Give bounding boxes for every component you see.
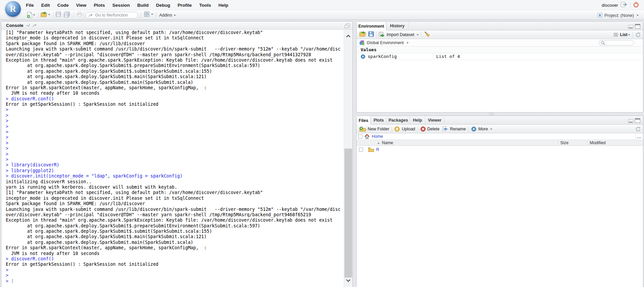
console-line: > (6, 140, 344, 146)
environment-panel: Environment History Import Dataset List … (356, 21, 643, 113)
console-line: > discover.init(inceptor_mode = "ldap", … (6, 173, 344, 179)
console-output[interactable]: [1] "Parameter keytabPath not specified,… (1, 30, 344, 287)
console-line: > (6, 113, 344, 118)
environment-search-input[interactable] (599, 40, 634, 45)
tab-viewer[interactable]: Viewer (425, 116, 444, 125)
console-tab[interactable]: Console (6, 23, 23, 28)
menu-item[interactable]: Plots (94, 3, 105, 8)
menu-item[interactable]: Build (137, 3, 149, 8)
load-workspace-icon[interactable] (359, 31, 366, 38)
list-view-label[interactable]: List (620, 32, 627, 37)
console-line: Error in getSparkSession() : SparkSessio… (6, 262, 344, 267)
open-in-window-icon[interactable] (32, 23, 37, 29)
menu-bar: FileEditCodeViewPlotsSessionBuildDebugPr… (0, 0, 644, 10)
sort-ascending-icon: ▲ (377, 141, 380, 145)
console-scrollbar[interactable] (344, 30, 353, 287)
tab-help[interactable]: Help (410, 116, 425, 125)
menu-item[interactable]: Code (57, 3, 69, 8)
environment-entry-row[interactable]: sparkConfig List of 4 (357, 53, 643, 60)
scope-label: Global Environment (367, 40, 404, 45)
tab-packages[interactable]: Packages (387, 116, 410, 125)
upload-icon (394, 126, 400, 132)
list-view-icon[interactable] (613, 33, 618, 37)
goto-file-input[interactable]: Go to file/function (85, 12, 138, 19)
scroll-down-icon[interactable] (345, 278, 351, 284)
import-dataset-icon (379, 32, 385, 37)
menu-item[interactable]: Help (219, 3, 228, 8)
new-folder-icon (359, 126, 366, 132)
menu-item[interactable]: View (76, 3, 87, 8)
column-name[interactable]: ▲ Name (377, 140, 393, 146)
rename-button[interactable]: Rename (443, 126, 466, 131)
select-all-checkbox[interactable] (358, 134, 362, 138)
file-row[interactable]: R (357, 146, 643, 153)
console-line: at org.apache.spark.deploy.SparkSubmit$.… (6, 63, 344, 68)
save-all-button[interactable] (64, 11, 70, 18)
home-icon (364, 134, 370, 139)
new-folder-button[interactable]: New Folder (359, 126, 389, 132)
menu-item[interactable]: File (26, 3, 34, 8)
console-line: > (6, 157, 344, 162)
gear-icon (471, 126, 477, 132)
console-line: [1] "Parameter keytabPath not specified,… (6, 190, 344, 195)
console-line: at org.apache.spark.deploy.SparkSubmit$.… (6, 234, 344, 240)
environment-toolbar: Import Dataset List (357, 30, 643, 39)
console-line: at org.apache.spark.deploy.SparkSubmit$.… (6, 223, 344, 229)
refresh-icon[interactable] (635, 126, 641, 133)
tab-environment[interactable]: Environment (357, 22, 386, 31)
print-icon (77, 11, 82, 17)
global-environment-icon (359, 40, 365, 45)
menu-item[interactable]: Session (112, 3, 130, 8)
svg-text:R: R (598, 13, 601, 17)
console-line: at org.apache.spark.deploy.SparkSubmit$.… (6, 74, 344, 79)
import-dataset-button[interactable]: Import Dataset (379, 32, 419, 37)
minimize-pane-icon[interactable] (628, 118, 633, 124)
console-line: JVM is not ready after 10 seconds (6, 251, 344, 256)
maximize-pane-icon[interactable] (635, 118, 640, 124)
menu-item[interactable]: Tools (199, 3, 211, 8)
save-workspace-icon[interactable] (368, 31, 374, 38)
delete-button[interactable]: Delete (420, 126, 440, 132)
menu-item[interactable]: Profile (178, 3, 192, 8)
column-modified[interactable]: Modified (587, 140, 606, 146)
open-file-button[interactable] (40, 11, 50, 17)
files-toolbar: New Folder Upload Delete Rename More (357, 125, 643, 133)
menu-item[interactable]: Debug (156, 3, 170, 8)
project-menu[interactable]: R Project: (None) (597, 11, 639, 19)
project-label: Project: (None) (605, 13, 634, 18)
tab-plots[interactable]: Plots (371, 116, 387, 125)
upload-button[interactable]: Upload (394, 126, 415, 132)
console-line: Error in getSparkSession() : SparkSessio… (6, 102, 344, 107)
console-line: inceptor_mode is deprecated in discover.… (6, 196, 344, 201)
addins-button[interactable]: Addins (159, 11, 176, 19)
sign-out-icon[interactable] (620, 2, 628, 9)
new-file-button[interactable] (27, 11, 35, 18)
save-button[interactable] (56, 11, 61, 17)
console-line: > (6, 273, 344, 278)
pane-splitter-handle[interactable] (489, 113, 494, 115)
scroll-up-icon[interactable] (345, 34, 351, 40)
column-size[interactable]: Size (558, 140, 568, 146)
console-line: [1] "Parameter keytabPath not specified,… (6, 30, 344, 35)
minimize-pane-icon[interactable] (628, 24, 633, 30)
menu-item[interactable]: Edit (41, 3, 50, 8)
file-name-link[interactable]: R (376, 147, 379, 152)
refresh-icon[interactable] (635, 32, 641, 38)
panes-layout-button[interactable] (144, 11, 153, 17)
quit-session-icon[interactable] (633, 1, 639, 9)
maximize-pane-icon[interactable] (635, 24, 640, 30)
tab-files[interactable]: Files (357, 116, 371, 125)
more-button[interactable]: More (471, 126, 492, 132)
environment-scope-row[interactable]: Global Environment (357, 39, 643, 46)
open-folder-icon (40, 11, 48, 17)
file-checkbox[interactable] (359, 148, 363, 152)
breadcrumb-home-link[interactable]: Home (372, 134, 383, 139)
tab-history[interactable]: History (386, 22, 409, 30)
expand-object-icon[interactable] (361, 54, 365, 59)
clear-workspace-icon[interactable] (424, 31, 430, 38)
breadcrumb-more-button[interactable]: ... (635, 133, 643, 140)
print-button[interactable] (77, 11, 82, 17)
console-line: > (6, 152, 344, 157)
scrollbar-thumb[interactable] (344, 149, 352, 278)
maximize-console-icon[interactable] (345, 23, 350, 29)
